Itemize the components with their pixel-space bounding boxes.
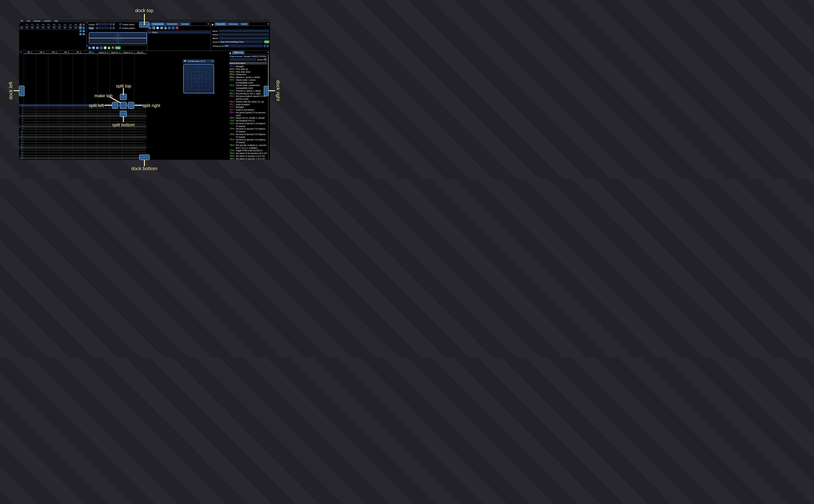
effect-row[interactable]: 08xySet panning (x: left; y: right) <box>230 92 267 95</box>
channel-header-square-3[interactable]: Square 3 <box>122 51 134 53</box>
effect-rows[interactable]: 00xyArpeggio01xxPitch slide up02xxPitch … <box>230 65 267 160</box>
tuning-minus-button[interactable]: - <box>263 44 266 47</box>
resize-grip[interactable] <box>212 92 215 94</box>
album-input[interactable] <box>219 37 269 40</box>
pattern-row[interactable]: 14 <box>19 141 146 144</box>
tab-samples[interactable]: Samples <box>179 22 191 26</box>
channel-header-fm-5[interactable]: FM 5 <box>73 51 85 53</box>
close-icon[interactable]: ✕ <box>267 23 269 25</box>
order-cell[interactable]: 00 <box>46 27 51 29</box>
tab-instruments[interactable]: Instruments <box>151 22 165 26</box>
channel-header-fm-1[interactable]: FM 1 <box>24 51 36 53</box>
effect-row[interactable]: 02xxPitch slide down <box>230 71 267 73</box>
effect-row[interactable]: 16xySet operator multiplier (x: operator… <box>230 144 267 149</box>
pattern-row[interactable]: 1 <box>19 107 146 109</box>
duplicate-order-button[interactable] <box>79 27 82 29</box>
oscilloscope-xy-window[interactable]: Oscilloscope (X-Y) ✕ <box>182 59 215 94</box>
pattern-row[interactable]: 5 <box>19 117 146 120</box>
effect-row[interactable]: 10xySetup LFO (x: enable; y: speed) <box>230 117 267 119</box>
play-pattern-button[interactable] <box>92 46 95 49</box>
order-cell[interactable]: 00 <box>41 27 46 29</box>
channel-header-noise[interactable]: Noise <box>134 51 146 53</box>
octave-minus-button[interactable]: - <box>109 23 112 26</box>
pattern-row[interactable]: 19 <box>19 154 146 157</box>
order-edit-mode-button[interactable]: ➤ <box>82 32 85 36</box>
order-cell[interactable]: 00 <box>51 27 57 29</box>
pattern-row[interactable]: 11 <box>19 133 146 136</box>
effect-row[interactable]: 0BxxJump to pattern <box>230 103 267 106</box>
effect-row[interactable]: 07xyTremolo (x: speed; y: depth) <box>230 90 267 92</box>
order-cell[interactable]: 00 <box>57 27 62 29</box>
delete-instrument-button[interactable]: ✕ <box>175 26 179 29</box>
step-one-row-button[interactable]: ↓ <box>100 46 103 49</box>
add-channel-button[interactable]: ++ <box>20 51 22 53</box>
dock-bottom-target[interactable] <box>139 155 150 160</box>
split-left-target[interactable] <box>112 102 118 109</box>
channel-header-fm-3[interactable]: FM 3 <box>48 51 60 53</box>
effect-row[interactable]: 1BxxSet attack of operator 2 (0 to 1F) <box>230 158 267 160</box>
octave-plus-button[interactable]: + <box>112 23 115 26</box>
effect-row[interactable]: 05xyVolume slide + vibrato (compatibilit… <box>230 79 267 84</box>
menu-settings[interactable]: settings <box>34 20 41 22</box>
effect-row[interactable]: 17xxToggle PCM mode (LEGACY) <box>230 149 267 152</box>
pattern-row[interactable]: 6 <box>19 120 146 123</box>
effect-list-menu-button[interactable]: ≡ <box>264 58 267 61</box>
effect-list-collapse-button[interactable] <box>229 53 231 54</box>
pattern-row[interactable]: 12 <box>19 136 146 138</box>
metronome-button[interactable] <box>107 46 111 49</box>
move-order-up-button[interactable]: ∧ <box>82 27 85 29</box>
channel-header-square-2[interactable]: Square 2 <box>110 51 122 53</box>
menu-edit[interactable]: edit <box>27 20 30 22</box>
tab-speed[interactable]: Speed <box>240 22 249 26</box>
remove-order-button[interactable]: − <box>82 23 85 26</box>
system-auto-button[interactable]: Auto <box>264 40 269 43</box>
follow-pattern-checkbox[interactable]: ✓ <box>119 27 121 29</box>
effect-row[interactable]: 04xyVibrato (x: speed; y: depth) <box>230 76 267 79</box>
effect-row[interactable]: 14xxSet level of operator 3 (0 highest, … <box>230 133 267 139</box>
pattern-row[interactable]: 16 <box>19 146 146 149</box>
effect-row[interactable]: 19xxSet attack of all operators (0 to 1F… <box>230 152 267 155</box>
pattern-row[interactable]: 3 <box>19 112 146 115</box>
effect-row[interactable]: 01xxPitch slide up <box>230 68 267 71</box>
make-tab-target[interactable] <box>120 102 127 109</box>
instrument-organize-button[interactable] <box>164 26 167 29</box>
instrument-list-item[interactable]: ○ - None - <box>147 31 210 34</box>
effect-row[interactable]: 15xxSet level of operator 4 (0 highest, … <box>230 138 267 144</box>
play-button[interactable]: ▶ <box>88 46 91 49</box>
scrollbar-thumb[interactable] <box>268 55 269 91</box>
tuning-input[interactable]: 440 <box>224 44 263 47</box>
scrollbar-track[interactable] <box>268 55 269 160</box>
repeat-pattern-button[interactable]: ↻ <box>111 46 114 49</box>
pattern-row[interactable]: 21 <box>19 159 146 160</box>
collapse-triangle-icon[interactable] <box>184 60 186 62</box>
menu-file[interactable]: file <box>21 20 23 22</box>
step-plus-button[interactable]: + <box>112 27 115 29</box>
duplicate-instrument-button[interactable] <box>152 26 155 29</box>
effect-row[interactable]: 11xxSet feedback (0 to 7) <box>230 119 267 122</box>
tab-song-info[interactable]: Song Info <box>214 22 226 26</box>
effect-row[interactable]: 0FxxSet speed (speed 2 if no grooves exi… <box>230 111 267 117</box>
move-instrument-down-button[interactable]: ↓ <box>172 26 175 29</box>
system-select[interactable]: Sega Genesis/Mega Drive <box>219 40 263 43</box>
oscilloscope-xy-titlebar[interactable]: Oscilloscope (X-Y) ✕ <box>182 59 215 63</box>
effect-row[interactable]: 0AxyVolume slide (0y: down; x0: up) <box>230 100 267 103</box>
order-change-mode-button[interactable]: ⇄ <box>79 33 82 35</box>
add-order-button[interactable]: + <box>79 23 82 26</box>
pattern-panel[interactable]: ++ FM 1FM 2FM 3FM 4FM 5FM 6Square 1Squar… <box>19 51 146 160</box>
tab-subsongs[interactable]: Subsongs <box>227 22 239 26</box>
poly-button[interactable]: Poly <box>115 46 121 49</box>
pattern-row[interactable]: 10 <box>19 130 146 133</box>
menu-help[interactable]: help <box>54 20 58 22</box>
pattern-row[interactable]: 17 <box>19 149 146 151</box>
tuning-plus-button[interactable]: + <box>266 44 269 47</box>
channel-header-square-1[interactable]: Square 1 <box>97 51 110 53</box>
pattern-row[interactable]: 9 <box>19 128 146 130</box>
description-column-header[interactable]: Description <box>235 62 245 64</box>
save-instrument-button[interactable] <box>160 26 163 29</box>
name-input[interactable] <box>219 29 269 32</box>
close-icon[interactable]: ✕ <box>267 51 269 54</box>
pattern-row[interactable]: 18 <box>19 151 146 154</box>
split-right-target[interactable] <box>128 102 134 109</box>
menu-window[interactable]: window <box>44 20 51 22</box>
play-from-cursor-button[interactable]: ▶ <box>96 46 99 49</box>
